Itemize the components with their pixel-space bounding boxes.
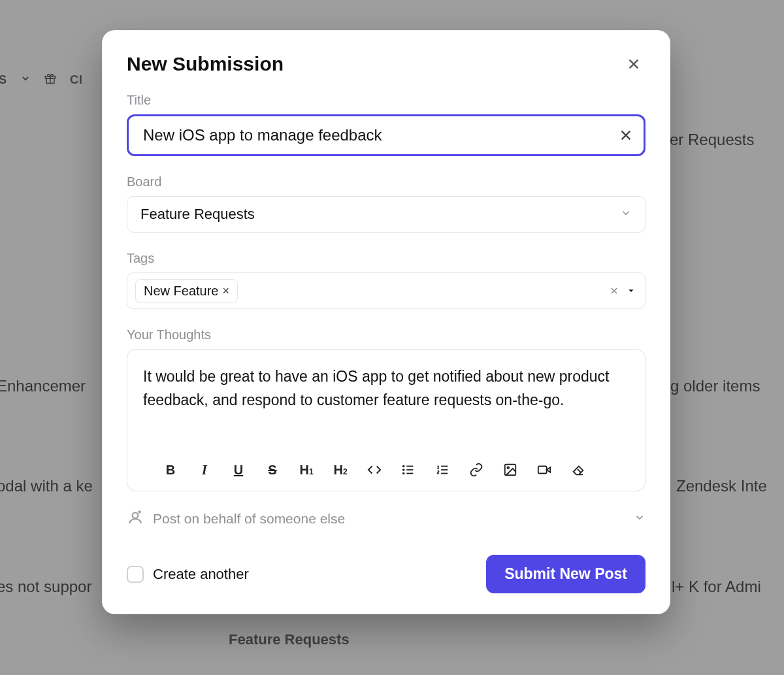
heading2-button[interactable]: H2 (326, 457, 355, 483)
svg-point-23 (133, 513, 139, 519)
title-label: Title (127, 93, 645, 108)
link-button[interactable] (462, 457, 491, 483)
svg-point-13 (403, 469, 404, 470)
heading1-button[interactable]: H1 (292, 457, 321, 483)
thoughts-textarea[interactable]: It would be great to have an iOS app to … (143, 365, 629, 444)
thoughts-editor: It would be great to have an iOS app to … (127, 349, 645, 491)
svg-point-14 (403, 473, 404, 474)
chevron-down-icon (620, 207, 632, 222)
board-selected-value: Feature Requests (140, 206, 255, 223)
create-another-label: Create another (153, 566, 249, 583)
thoughts-label: Your Thoughts (127, 327, 645, 342)
board-label: Board (127, 174, 645, 189)
title-field-wrapper (127, 114, 645, 156)
close-button[interactable] (622, 52, 645, 76)
remove-tag-button[interactable]: × (223, 284, 230, 298)
chevron-down-icon[interactable] (627, 286, 636, 295)
post-on-behalf-label: Post on behalf of someone else (153, 511, 345, 527)
strikethrough-button[interactable]: S (258, 457, 287, 483)
post-on-behalf-toggle[interactable]: Post on behalf of someone else (127, 508, 645, 529)
submit-button[interactable]: Submit New Post (486, 555, 645, 593)
create-another-checkbox[interactable]: Create another (127, 566, 249, 583)
title-input[interactable] (143, 126, 619, 144)
svg-line-22 (578, 469, 581, 473)
chevron-down-icon (634, 511, 645, 527)
tag-chip-label: New Feature (144, 284, 219, 299)
tags-input[interactable]: New Feature × (127, 272, 645, 309)
svg-rect-20 (538, 467, 547, 474)
clear-title-button[interactable] (619, 128, 633, 142)
italic-button[interactable]: I (190, 457, 219, 483)
code-button[interactable] (360, 457, 389, 483)
clear-tags-button[interactable] (610, 286, 619, 295)
tag-chip: New Feature × (135, 279, 238, 303)
video-button[interactable] (530, 457, 559, 483)
erase-button[interactable] (564, 457, 593, 483)
new-submission-modal: New Submission Title Board Feature Reque… (102, 30, 670, 614)
svg-point-12 (403, 466, 404, 467)
user-plus-icon (127, 508, 144, 529)
tags-label: Tags (127, 251, 645, 266)
bullet-list-button[interactable] (394, 457, 423, 483)
numbered-list-button[interactable] (428, 457, 457, 483)
board-select[interactable]: Feature Requests (127, 196, 645, 233)
image-button[interactable] (496, 457, 525, 483)
svg-point-19 (507, 467, 509, 469)
editor-toolbar: B I U S H1 H2 (143, 457, 629, 483)
checkbox-icon (127, 566, 144, 583)
underline-button[interactable]: U (224, 457, 253, 483)
bold-button[interactable]: B (156, 457, 185, 483)
modal-title: New Submission (127, 53, 284, 75)
